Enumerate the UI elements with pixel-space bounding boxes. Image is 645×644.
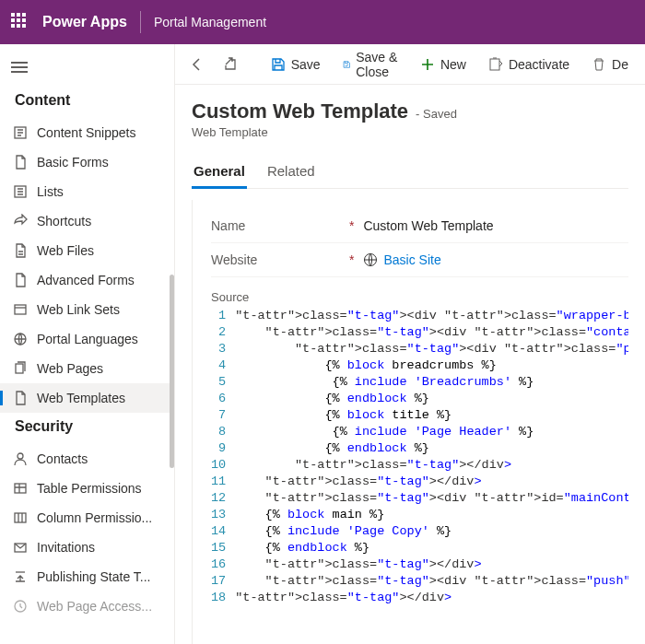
back-button[interactable] [184,52,210,77]
scrollbar-thumb[interactable] [170,275,174,468]
source-editor[interactable]: 123456789101112131415161718 "t-attr">cla… [211,308,628,606]
nav-group-security: Security [0,413,174,444]
sidebar: ContentContent SnippetsBasic FormsListsS… [0,44,175,644]
template-icon [13,391,28,405]
entity-name: Web Template [192,125,628,139]
website-label: Website [211,252,340,267]
nav-label: Web Files [37,243,94,258]
app-launcher-icon[interactable] [11,13,29,31]
sidebar-item-web-files[interactable]: Web Files [0,236,174,265]
brand-name: Power Apps [42,14,127,30]
publish-icon [13,569,28,584]
sidebar-item-web-pages[interactable]: Web Pages [0,354,174,383]
nav-label: Basic Forms [37,155,109,170]
sidebar-item-publishing-state-t-[interactable]: Publishing State T... [0,562,174,591]
name-value: Custom Web Template [363,218,493,233]
sidebar-item-advanced-forms[interactable]: Advanced Forms [0,265,174,295]
record-title: Custom Web Template [192,100,408,123]
sidebar-item-column-permissio-[interactable]: Column Permissio... [0,503,174,533]
invite-icon [13,540,28,555]
nav-label: Contacts [37,451,88,466]
nav-label: Column Permissio... [37,510,152,525]
snippet-icon [13,125,28,140]
sidebar-item-lists[interactable]: Lists [0,177,174,206]
sidebar-item-table-permissions[interactable]: Table Permissions [0,474,174,503]
linkset-icon [13,302,28,317]
required-icon: * [349,218,354,233]
nav-group-content: Content [0,87,174,118]
hamburger-icon[interactable] [0,53,174,87]
save-close-icon [343,57,351,72]
save-icon [271,57,286,72]
delete-label: De [612,57,628,72]
svg-rect-4 [16,364,23,373]
save-status: - Saved [416,107,457,121]
file-icon [13,243,28,258]
shortcut-icon [13,214,28,228]
code-content: "t-attr">class="t-tag"><div "t-attr">cla… [235,308,628,606]
save-close-label: Save & Close [356,50,398,79]
tab-general[interactable]: General [192,156,247,188]
tabs: General Related [192,156,628,189]
plus-icon [420,57,435,72]
sidebar-item-shortcuts[interactable]: Shortcuts [0,206,174,236]
save-button[interactable]: Save [264,52,328,77]
doc-icon [13,155,28,170]
nav-label: Invitations [37,540,95,555]
new-label: New [440,57,466,72]
divider [140,11,141,33]
lang-icon [13,332,28,346]
source-label: Source [211,290,628,304]
delete-button[interactable]: De [584,52,636,77]
nav-label: Table Permissions [37,481,142,496]
sidebar-item-basic-forms[interactable]: Basic Forms [0,147,174,177]
deactivate-button[interactable]: Deactivate [481,52,577,77]
nav-label: Shortcuts [37,214,91,228]
svg-point-5 [18,453,23,459]
doc-icon [13,273,28,287]
nav-label: Lists [37,184,64,199]
nav-label: Web Link Sets [37,302,120,317]
name-label: Name [211,218,340,233]
nav-label: Content Snippets [37,125,135,140]
sidebar-item-invitations[interactable]: Invitations [0,533,174,562]
app-section: Portal Management [154,15,266,29]
website-value[interactable]: Basic Site [363,252,440,267]
save-close-button[interactable]: Save & Close [335,44,405,85]
deactivate-label: Deactivate [509,57,569,72]
save-label: Save [291,57,321,72]
tab-related[interactable]: Related [265,156,317,188]
sidebar-item-web-templates[interactable]: Web Templates [0,383,174,413]
page-title: Custom Web Template - Saved [192,100,628,123]
open-new-window-button[interactable] [217,52,243,77]
command-bar: Save Save & Close New Deactivate De [175,44,645,85]
main-area: Save Save & Close New Deactivate De Cust… [175,44,645,644]
field-name[interactable]: Name * Custom Web Template [211,209,628,243]
pages-icon [13,361,28,376]
globe-icon [363,252,378,267]
list-icon [13,184,28,199]
sidebar-item-web-page-access-[interactable]: Web Page Access... [0,591,174,621]
contact-icon [13,451,28,466]
sidebar-item-portal-languages[interactable]: Portal Languages [0,324,174,354]
svg-rect-7 [15,513,26,522]
field-website[interactable]: Website * Basic Site [211,243,628,277]
trash-icon [592,57,606,72]
nav-label: Web Templates [37,391,125,405]
sidebar-item-contacts[interactable]: Contacts [0,444,174,474]
nav-label: Web Pages [37,361,103,376]
svg-rect-10 [490,59,499,70]
column-icon [13,510,28,525]
access-icon [13,599,28,614]
required-icon: * [349,252,354,267]
nav-label: Advanced Forms [37,273,135,287]
sidebar-item-web-link-sets[interactable]: Web Link Sets [0,295,174,324]
svg-rect-2 [15,305,26,314]
sidebar-item-content-snippets[interactable]: Content Snippets [0,118,174,147]
deactivate-icon [488,57,503,72]
nav-label: Publishing State T... [37,569,150,584]
new-button[interactable]: New [413,52,474,77]
nav-label: Web Page Access... [37,599,152,614]
table-icon [13,481,28,496]
top-bar: Power Apps Portal Management [0,0,645,44]
